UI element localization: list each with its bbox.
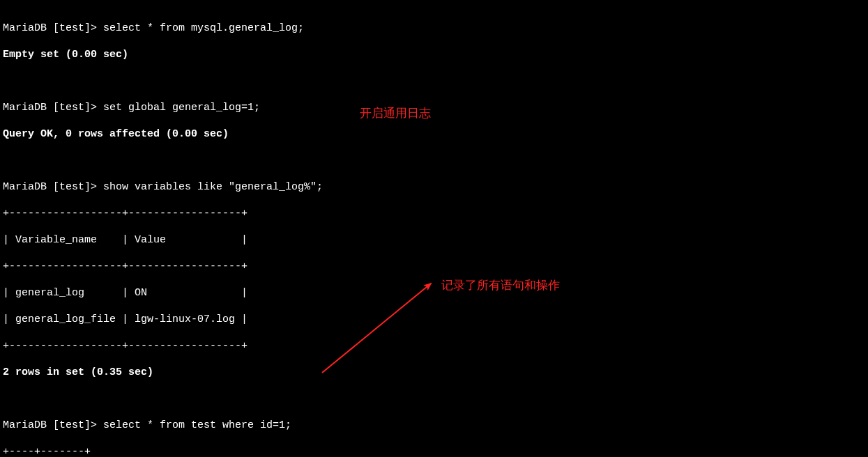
result-text: Empty set (0.00 sec) xyxy=(3,48,868,61)
table-header: | Variable_name | Value | xyxy=(3,233,868,247)
prompt-line: MariaDB [test]> select * from mysql.gene… xyxy=(3,22,868,35)
prompt: MariaDB [test]> xyxy=(3,102,103,114)
prompt: MariaDB [test]> xyxy=(3,22,103,34)
prompt-line: MariaDB [test]> select * from test where… xyxy=(3,419,868,432)
table-sep: +------------------+------------------+ xyxy=(3,339,868,353)
table-sep: +------------------+------------------+ xyxy=(3,207,868,220)
prompt: MariaDB [test]> xyxy=(3,181,103,193)
table-row: | general_log | ON | xyxy=(3,286,868,300)
blank-line xyxy=(3,392,868,405)
terminal-output[interactable]: MariaDB [test]> select * from mysql.gene… xyxy=(0,0,868,457)
result-text: 2 rows in set (0.35 sec) xyxy=(3,366,868,379)
table-sep: +------------------+------------------+ xyxy=(3,260,868,273)
sql-query: select * from test where id=1; xyxy=(103,419,291,431)
result-text: Query OK, 0 rows affected (0.00 sec) xyxy=(3,127,868,141)
prompt: MariaDB [test]> xyxy=(3,419,103,431)
blank-line xyxy=(3,75,868,88)
sql-query: set global general_log=1; xyxy=(103,102,260,114)
sql-query: show variables like "general_log%"; xyxy=(103,181,323,193)
sql-query: select * from mysql.general_log; xyxy=(103,22,304,34)
prompt-line: MariaDB [test]> show variables like "gen… xyxy=(3,180,868,194)
prompt-line: MariaDB [test]> set global general_log=1… xyxy=(3,101,868,114)
blank-line xyxy=(3,154,868,167)
table-row: | general_log_file | lgw-linux-07.log | xyxy=(3,313,868,326)
table-sep: +----+-------+ xyxy=(3,445,868,457)
